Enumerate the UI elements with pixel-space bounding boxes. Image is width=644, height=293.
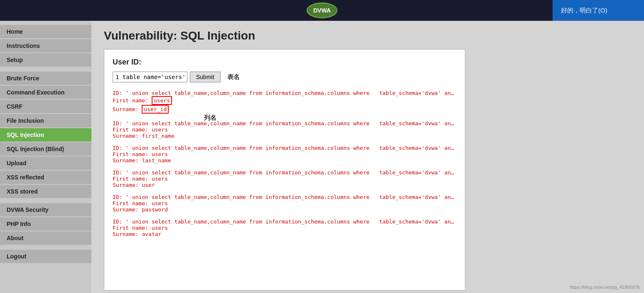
result-surname-4: Surname: password — [113, 206, 457, 213]
result-block-0: ID: ' union select table_name,column_nam… — [113, 90, 457, 114]
sidebar-item-logout[interactable]: Logout — [0, 250, 91, 263]
page-title: Vulnerability: SQL Injection — [104, 29, 632, 42]
notice-bar[interactable]: 好的，明白了(O) — [553, 0, 644, 21]
sidebar: Home Instructions Setup Brute Force Comm… — [0, 21, 91, 293]
top-bar: DVWA 好的，明白了(O) — [0, 0, 644, 21]
sidebar-item-sql-injection-blind[interactable]: SQL Injection (Blind) — [0, 142, 91, 156]
sidebar-item-file-inclusion[interactable]: File Inclusion — [0, 114, 91, 127]
result-id-line-4: ID: ' union select table_name,column_nam… — [113, 194, 457, 200]
notice-text: 好的，明白了(O) — [561, 7, 607, 15]
sidebar-group-vulns: Brute Force Command Execution CSRF File … — [0, 72, 91, 198]
content-box: User ID: Submit 表名 ID: ' union select ta… — [104, 49, 465, 291]
result-id-line-0: ID: ' union select table_name,column_nam… — [113, 90, 457, 96]
result-surname-2: Surname: last_name — [113, 157, 457, 164]
sidebar-item-home[interactable]: Home — [0, 25, 91, 38]
dvwa-logo: DVWA — [305, 2, 339, 19]
sidebar-item-xss-reflected[interactable]: XSS reflected — [0, 171, 91, 184]
sidebar-item-command-execution[interactable]: Command Execution — [0, 86, 91, 99]
result-surname-1: Surname: first_name — [113, 133, 457, 139]
sidebar-item-dvwa-security[interactable]: DVWA Security — [0, 203, 91, 216]
result-id-line-5: ID: ' union select table_name,column_nam… — [113, 219, 457, 225]
result-firstname-3: First name: users — [113, 176, 457, 182]
surname-box-0: user_id — [142, 105, 169, 114]
sidebar-group-logout: Logout — [0, 250, 91, 263]
result-firstname-4: First name: users — [113, 200, 457, 206]
user-id-label: User ID: — [113, 58, 457, 67]
results-area: ID: ' union select table_name,column_nam… — [113, 90, 457, 237]
layout: Home Instructions Setup Brute Force Comm… — [0, 21, 644, 293]
sidebar-group-top: Home Instructions Setup — [0, 25, 91, 67]
result-firstname-5: First name: users — [113, 225, 457, 231]
main-content: Vulnerability: SQL Injection User ID: Su… — [91, 21, 644, 293]
result-firstname-1: First name: users — [113, 127, 457, 133]
result-block-3: ID: ' union select table_name,column_nam… — [113, 169, 457, 188]
result-firstname-0: First name: users — [113, 96, 172, 105]
sidebar-item-upload[interactable]: Upload — [0, 156, 91, 170]
result-block-5: ID: ' union select table_name,column_nam… — [113, 219, 457, 237]
result-surname-5: Surname: avatar — [113, 231, 457, 237]
firstname-box-0: users — [152, 96, 172, 105]
sidebar-item-about[interactable]: About — [0, 231, 91, 245]
sidebar-item-xss-stored[interactable]: XSS stored — [0, 185, 91, 198]
result-firstname-2: First name: users — [113, 151, 457, 157]
sidebar-item-brute-force[interactable]: Brute Force — [0, 72, 91, 85]
result-block-4: ID: ' union select table_name,column_nam… — [113, 194, 457, 213]
logo-area: DVWA — [0, 2, 644, 19]
sidebar-item-sql-injection[interactable]: SQL Injection — [0, 128, 91, 142]
svg-text:DVWA: DVWA — [313, 7, 331, 14]
result-block-1: ID: ' union select table_name,column_nam… — [113, 120, 457, 139]
sidebar-group-admin: DVWA Security PHP Info About — [0, 203, 91, 245]
submit-button[interactable]: Submit — [190, 72, 221, 82]
user-id-input[interactable] — [113, 72, 187, 82]
lieming-annotation: 列名 — [204, 114, 216, 122]
sidebar-item-php-info[interactable]: PHP Info — [0, 217, 91, 231]
result-block-2: ID: ' union select table_name,column_nam… — [113, 145, 457, 164]
input-row: Submit 表名 — [113, 72, 457, 82]
result-id-line-3: ID: ' union select table_name,column_nam… — [113, 169, 457, 176]
sidebar-item-csrf[interactable]: CSRF — [0, 100, 91, 113]
result-id-line-1: ID: ' union select table_name,column_nam… — [113, 120, 457, 127]
sidebar-item-instructions[interactable]: Instructions — [0, 39, 91, 52]
sidebar-item-setup[interactable]: Setup — [0, 53, 91, 67]
result-id-line-2: ID: ' union select table_name,column_nam… — [113, 145, 457, 151]
result-surname-3: Surname: user — [113, 182, 457, 188]
result-surname-0: Surname: user_id — [113, 105, 169, 114]
watermark: https://blog.csdn.net/qq_41865876 — [570, 285, 640, 290]
annotation-biaoming-label: 表名 — [227, 73, 240, 81]
